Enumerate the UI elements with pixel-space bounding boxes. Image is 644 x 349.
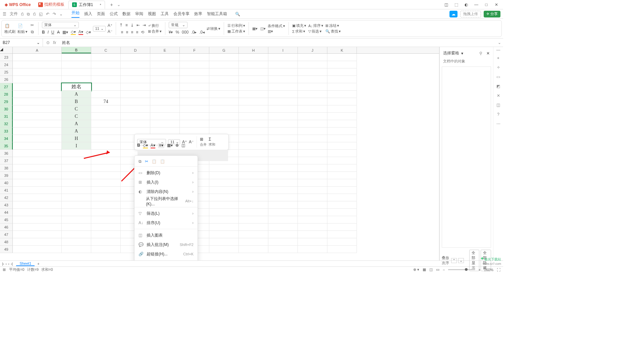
cell[interactable] — [209, 172, 239, 179]
redo-icon[interactable]: ↷ — [53, 12, 56, 16]
cell[interactable] — [91, 157, 121, 164]
cell[interactable] — [327, 209, 357, 216]
col-K[interactable]: K — [327, 47, 357, 53]
cell[interactable] — [13, 150, 62, 157]
app-tab[interactable]: ◆ WPS Office — [1, 1, 34, 9]
cell[interactable] — [239, 68, 268, 76]
more-tool-icon[interactable]: ⋯ — [496, 121, 500, 126]
cell[interactable] — [62, 54, 91, 61]
cell[interactable] — [327, 246, 357, 253]
fill-button[interactable]: ▣ 填充 ▾ — [292, 23, 306, 28]
mini-sum-label[interactable]: 求和 — [209, 142, 215, 147]
cell[interactable] — [121, 120, 150, 128]
row-header[interactable]: 23 — [0, 54, 13, 61]
cell[interactable] — [298, 105, 327, 113]
fbar-expand-icon[interactable]: ⌄ — [498, 40, 503, 45]
cell[interactable] — [62, 172, 91, 179]
cell[interactable] — [91, 223, 121, 231]
row-header[interactable]: 36 — [0, 150, 13, 157]
cell[interactable]: A — [62, 128, 91, 135]
cell[interactable] — [180, 68, 209, 76]
cell[interactable] — [327, 98, 357, 105]
row-header[interactable]: 28 — [0, 91, 13, 98]
cell[interactable] — [239, 120, 268, 128]
cell[interactable] — [209, 105, 239, 113]
col-A[interactable]: A — [13, 47, 62, 53]
name-box[interactable]: B27 ⌄ — [0, 39, 43, 47]
select-all-corner[interactable]: ◢ — [0, 47, 13, 53]
fullscreen-icon[interactable]: ⛶ — [497, 268, 500, 272]
pane-dropdown-icon[interactable]: ▾ — [461, 51, 463, 56]
cell[interactable] — [268, 246, 298, 253]
cell[interactable] — [150, 83, 180, 91]
cube-icon[interactable]: ⬚ — [453, 2, 459, 7]
cell[interactable] — [239, 128, 268, 135]
cell[interactable] — [268, 164, 298, 172]
col-D[interactable]: D — [121, 47, 150, 53]
cell[interactable] — [13, 164, 62, 172]
stack-up-icon[interactable]: ⌃ — [451, 258, 457, 263]
sheet-prev-icon[interactable]: ‹ — [6, 262, 7, 266]
cell[interactable] — [91, 246, 121, 253]
trace-icon[interactable]: ⊙ — [46, 40, 50, 45]
cell[interactable] — [268, 179, 298, 187]
tab-insert[interactable]: 插入 — [84, 11, 92, 17]
ctx-filter[interactable]: ▽筛选(L)› — [135, 209, 198, 218]
italic-button[interactable]: I — [48, 30, 49, 35]
font-select[interactable]: 宋体⌄ — [42, 22, 79, 28]
pane-close-icon[interactable]: ✕ — [486, 51, 490, 56]
crosshair-icon[interactable]: ⊕ ▾ — [413, 267, 419, 272]
cell[interactable] — [209, 54, 239, 61]
cell[interactable] — [239, 113, 268, 120]
paste-icon[interactable]: 📄 — [17, 23, 23, 29]
cell[interactable] — [239, 150, 268, 157]
align-center-icon[interactable]: ≡ — [126, 30, 128, 35]
cell[interactable] — [239, 135, 268, 142]
cell[interactable] — [13, 98, 62, 105]
cell[interactable] — [150, 54, 180, 61]
ctx-link[interactable]: 🔗超链接(H)...Ctrl+K — [135, 249, 198, 259]
cell[interactable] — [13, 76, 62, 83]
convert-button[interactable]: ⇄ 转换 ▾ — [207, 26, 220, 31]
cell[interactable] — [91, 201, 121, 209]
cell[interactable] — [327, 120, 357, 128]
cell[interactable] — [91, 120, 121, 128]
cell[interactable] — [91, 105, 121, 113]
cell[interactable] — [91, 216, 121, 223]
cell[interactable] — [298, 150, 327, 157]
cell[interactable] — [268, 216, 298, 223]
align-top-icon[interactable]: ⤒ — [119, 23, 123, 28]
save-icon[interactable]: ⎙ — [21, 12, 23, 16]
cell[interactable] — [268, 172, 298, 179]
cell[interactable] — [62, 157, 91, 164]
stack-down-icon[interactable]: ⌄ — [458, 258, 464, 263]
cell[interactable] — [268, 76, 298, 83]
col-H[interactable]: H — [239, 47, 268, 53]
row-header[interactable]: 31 — [0, 113, 13, 120]
file-menu[interactable]: 文件 — [10, 11, 18, 17]
cell[interactable] — [298, 157, 327, 164]
cell[interactable] — [209, 187, 239, 194]
mini-fill-color-button[interactable]: ◇▾ — [143, 143, 148, 148]
percent-icon[interactable]: % — [175, 30, 179, 35]
new-tab-button[interactable]: + — [108, 2, 115, 7]
cell[interactable] — [91, 113, 121, 120]
sum-button[interactable]: Σ 求和 ▾ — [292, 29, 306, 34]
cell[interactable] — [239, 164, 268, 172]
ctx-insert[interactable]: ⊞插入(I)› — [135, 178, 198, 187]
row-header[interactable]: 27 — [0, 83, 13, 91]
cell[interactable] — [298, 179, 327, 187]
cell[interactable] — [239, 142, 268, 150]
cell[interactable] — [13, 68, 62, 76]
zoom-out-icon[interactable]: − — [443, 268, 445, 272]
row-header[interactable]: 29 — [0, 98, 13, 105]
cell[interactable] — [268, 98, 298, 105]
cell[interactable] — [91, 91, 121, 98]
tab-close-icon[interactable]: • — [100, 2, 101, 7]
cell[interactable] — [180, 83, 209, 91]
cell[interactable] — [268, 83, 298, 91]
cell[interactable] — [62, 216, 91, 223]
font-color-button[interactable]: A▾ — [78, 30, 83, 35]
preview-icon[interactable]: ◱ — [39, 12, 43, 16]
cell[interactable] — [13, 246, 62, 253]
